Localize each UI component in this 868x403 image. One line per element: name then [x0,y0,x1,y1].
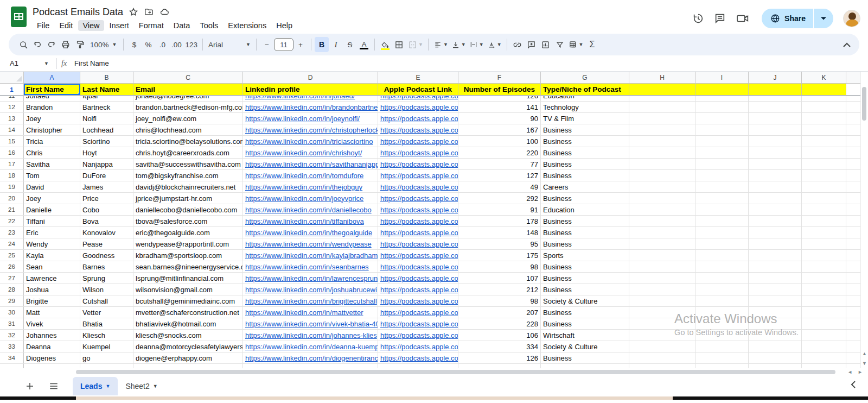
cell-J18[interactable] [749,170,802,181]
cell-B21[interactable]: Cobo [80,204,133,215]
cell-K14[interactable] [802,124,846,135]
cell-D28[interactable]: https://www.linkedin.com/in/joshuabrucew… [243,284,378,295]
cell-K20[interactable] [802,193,846,204]
cell-J15[interactable] [749,136,802,147]
cell-K33[interactable] [802,341,846,352]
cell-C21[interactable]: daniellecobo@daniellecobo.com [133,204,243,215]
cell-C34[interactable]: diogene@erphappy.com [133,352,243,363]
cell-G11[interactable]: Education [541,96,629,101]
cell-G27[interactable]: Business [541,273,629,284]
cell-H31[interactable] [629,318,695,329]
scroll-up-icon[interactable]: ▲ [862,351,867,356]
cell-G19[interactable]: Careers [541,181,629,192]
cell-H12[interactable] [629,102,695,112]
cell-G29[interactable]: Society & Culture [541,295,629,306]
zoom-select[interactable]: 100%▼ [87,37,120,52]
column-header-H[interactable]: H [629,72,695,83]
borders-icon[interactable] [392,37,406,52]
cell-C15[interactable]: tricia.sciortino@belaysolutions.com [133,136,243,147]
insert-chart-icon[interactable] [539,37,553,52]
cell-K21[interactable] [802,204,846,215]
cell-H32[interactable] [629,330,695,341]
cell-I33[interactable] [695,341,749,352]
cell-C29[interactable]: bcutshall@geminimediainc.com [133,295,243,306]
cell-A20[interactable]: Joey [24,193,80,204]
cell-H14[interactable] [629,124,695,135]
insert-link-icon[interactable] [510,37,525,52]
cell-G13[interactable]: TV & Film [541,113,629,124]
cell-E17[interactable]: https://podcasts.apple.co [378,159,458,169]
cell-E26[interactable]: https://podcasts.apple.co [378,261,458,272]
star-icon[interactable] [129,7,138,17]
cell-F32[interactable]: 106 [458,330,541,341]
cell-H29[interactable] [629,295,695,306]
show-side-panel-icon[interactable] [851,380,856,389]
cell-B17[interactable]: Nanjappa [80,159,133,169]
cell-B34[interactable]: go [80,352,133,363]
cell-J24[interactable] [749,238,802,249]
cell-K24[interactable] [802,238,846,249]
cell-G25[interactable]: Sports [541,250,629,261]
cell-H[interactable] [629,364,695,368]
cell-K23[interactable] [802,227,846,238]
row-number[interactable]: 21 [0,204,24,215]
cell-F23[interactable]: 148 [458,227,541,238]
cell-D29[interactable]: https://www.linkedin.com/in/brigittecuts… [243,295,378,306]
cell-E18[interactable]: https://podcasts.apple.co [378,170,458,181]
column-header-B[interactable]: B [80,72,133,83]
cell-K30[interactable] [802,307,846,318]
cell-I29[interactable] [695,295,749,306]
cell-K16[interactable] [802,147,846,158]
document-title[interactable]: Podcast Emails Data [33,7,123,18]
cell-H16[interactable] [629,147,695,158]
cell-C25[interactable]: kbradham@sportsloop.com [133,250,243,261]
header-cell-F[interactable]: Number of Episodes [458,84,541,95]
column-header-C[interactable]: C [133,72,243,83]
cell-G22[interactable]: Business [541,216,629,226]
cell-F25[interactable]: 175 [458,250,541,261]
cell-A11[interactable]: Jonaed [24,96,80,101]
cell-F12[interactable]: 141 [458,102,541,112]
header-cell-A[interactable]: First Name [24,84,80,95]
menu-edit[interactable]: Edit [55,20,77,31]
cell-G32[interactable]: Wirtschaft [541,330,629,341]
cell-J31[interactable] [749,318,802,329]
cell-F14[interactable]: 167 [458,124,541,135]
cell-D17[interactable]: https://www.linkedin.com/in/savithananja… [243,159,378,169]
cell-A15[interactable]: Tricia [24,136,80,147]
cell-I18[interactable] [695,170,749,181]
cell-A33[interactable]: Deanna [24,341,80,352]
cell-J34[interactable] [749,352,802,363]
cell-E23[interactable]: https://podcasts.apple.co [378,227,458,238]
cell-A28[interactable]: Joshua [24,284,80,295]
row-number[interactable]: 18 [0,170,24,181]
scroll-right-icon[interactable]: ► [858,369,863,375]
cell-G21[interactable]: Education [541,204,629,215]
cell-F29[interactable]: 98 [458,295,541,306]
cell-A17[interactable]: Savitha [24,159,80,169]
cell-B18[interactable]: DuFore [80,170,133,181]
cell-H13[interactable] [629,113,695,124]
cell-A31[interactable]: Vivek [24,318,80,329]
cell-K26[interactable] [802,261,846,272]
font-size-input[interactable]: 11 [274,38,293,51]
cell-F28[interactable]: 212 [458,284,541,295]
cell-G14[interactable]: Business [541,124,629,135]
menu-file[interactable]: File [33,20,54,31]
cell-I30[interactable] [695,307,749,318]
cell-E32[interactable]: https://podcasts.apple.co [378,330,458,341]
row-number[interactable]: 28 [0,284,24,295]
row-number[interactable]: 30 [0,307,24,318]
vertical-align-icon[interactable]: ▼ [450,37,468,52]
horizontal-align-icon[interactable]: ▼ [432,37,450,52]
cell-H24[interactable] [629,238,695,249]
column-header-I[interactable]: I [695,72,749,83]
cell-A19[interactable]: David [24,181,80,192]
menu-insert[interactable]: Insert [105,20,133,31]
cell-J11[interactable] [749,96,802,101]
cell-C16[interactable]: chris.hoyt@careerxroads.com [133,147,243,158]
row-number[interactable]: 13 [0,113,24,124]
cell-D24[interactable]: https://www.linkedin.com/in/wendypease [243,238,378,249]
cell-I16[interactable] [695,147,749,158]
cell-G12[interactable]: Technology [541,102,629,112]
